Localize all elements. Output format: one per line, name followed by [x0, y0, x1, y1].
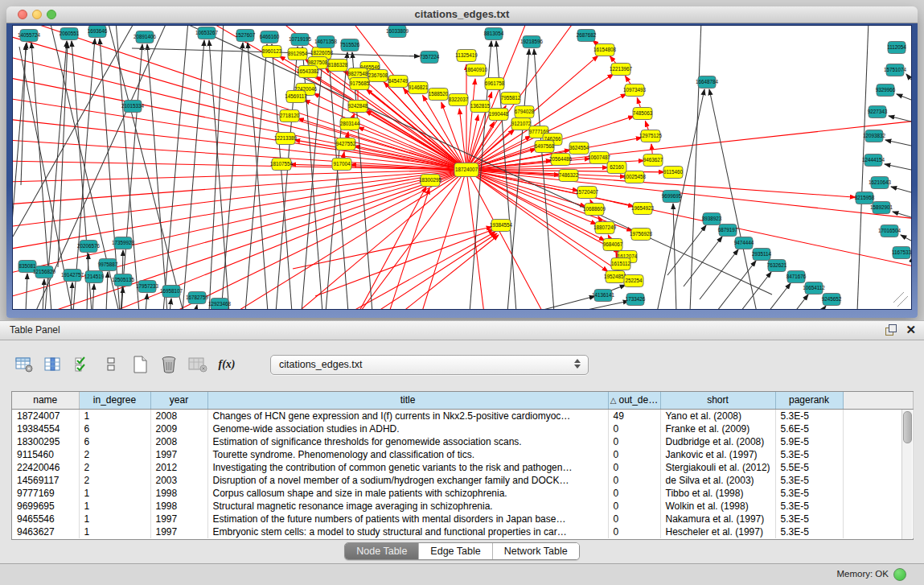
cell-title: Embryonic stem cells: a model to study s…: [207, 525, 608, 538]
graph-node-label: 835081: [18, 263, 36, 269]
column-header-filler: [843, 392, 913, 409]
delete-table-icon[interactable]: [158, 354, 180, 375]
graph-node-label: 9175685: [350, 80, 370, 86]
cell-year: 1997: [150, 513, 207, 525]
graph-node-label: 19756928: [630, 231, 653, 237]
column-header-out_de…[interactable]: △out_de…: [608, 392, 660, 409]
cell-in_degree: 2: [79, 474, 150, 487]
cell-pagerank: 5.3E-5: [775, 487, 843, 500]
graph-node-label: 8454749: [388, 78, 409, 84]
graph-node-label: 1733426: [626, 296, 646, 302]
canvas-resize-grip-icon[interactable]: [893, 292, 908, 307]
zoom-window-icon[interactable]: [47, 10, 56, 19]
cell-short: Tibbo et al. (1998): [660, 487, 775, 500]
graph-node-label: 21015334: [121, 103, 145, 109]
graph-node-label: 252254: [625, 278, 643, 283]
graph-node-label: 9146821: [409, 84, 429, 90]
cell-pagerank: 5.3E-5: [775, 513, 843, 525]
scrollbar-thumb[interactable]: [903, 411, 912, 443]
graph-node-label: 9242848: [348, 103, 368, 109]
cell-pagerank: 5.3E-5: [775, 448, 843, 461]
select-rows-icon[interactable]: [71, 354, 93, 375]
float-panel-icon[interactable]: [885, 323, 897, 336]
cell-in_degree: 1: [79, 487, 150, 500]
cell-out_de…: 0: [608, 461, 660, 474]
tab-node-table[interactable]: Node Table: [345, 543, 419, 559]
minimize-window-icon[interactable]: [32, 10, 42, 19]
rows-icon[interactable]: [100, 354, 122, 375]
graph-node-label: 18807249: [593, 225, 617, 230]
cell-name: 9777169: [12, 487, 79, 500]
graph-node-label: 8322037: [449, 97, 469, 102]
table-row[interactable]: 969969511998Structural magnetic resonanc…: [12, 500, 913, 513]
table-row[interactable]: 1456911722003Disruption of a novel membe…: [12, 474, 913, 487]
table-row[interactable]: 1938455462009Genome-wide association stu…: [12, 422, 913, 435]
graph-node-label: 16958107: [160, 288, 183, 294]
graph-node-label: 7955812: [501, 95, 521, 101]
window-title: citations_edges.txt: [6, 6, 918, 23]
status-bar: Memory: OK: [0, 563, 924, 585]
table-row[interactable]: 946362711997Embryonic stem cells: a mode…: [12, 525, 913, 538]
table-row[interactable]: 946554611997Estimation of the future num…: [12, 513, 913, 525]
graph-node-label: 16782759: [186, 295, 209, 300]
table-selector-dropdown[interactable]: citations_edges.txt: [270, 355, 589, 375]
table-scrollbar[interactable]: [901, 410, 912, 539]
close-window-icon[interactable]: [18, 10, 27, 19]
graph-node-label: 12444154: [862, 157, 885, 163]
graph-node-label: 12093832: [863, 133, 886, 138]
node-table: namein_degreeyeartitle△out_de…shortpager…: [11, 391, 914, 540]
tab-network-table[interactable]: Network Table: [493, 543, 579, 559]
graph-node-label: 1214519: [84, 274, 105, 279]
cell-out_de…: 0: [608, 422, 660, 435]
cell-in_degree: 6: [79, 422, 150, 435]
table-panel-header: Table Panel ✕: [0, 320, 924, 340]
cell-title: Disruption of a novel member of a sodium…: [207, 474, 608, 487]
table-row[interactable]: 911546021997Tourette syndrome. Phenomeno…: [12, 448, 913, 461]
cell-name: 18724007: [12, 409, 79, 422]
table-toolbar: f(x) citations_edges.txt: [0, 340, 924, 389]
insert-column-icon[interactable]: [42, 354, 64, 375]
column-header-name[interactable]: name: [12, 392, 79, 409]
graph-node-label: 16210643: [869, 179, 892, 185]
cell-out_de…: 0: [608, 525, 660, 538]
table-settings-icon[interactable]: [13, 354, 35, 375]
graph-node-label: 2060551: [60, 31, 80, 36]
cell-title: Corpus callosum shape and size in male p…: [207, 487, 608, 500]
new-table-icon[interactable]: [129, 354, 151, 375]
graph-node-label: 1693646: [88, 28, 108, 34]
column-header-short[interactable]: short: [660, 392, 775, 409]
close-panel-icon[interactable]: ✕: [906, 323, 916, 336]
column-header-title[interactable]: title: [207, 392, 608, 409]
graph-node-label: 2718120: [280, 113, 300, 118]
graph-node-label: 18640910: [465, 67, 488, 72]
table-row[interactable]: 1872400712008Changes of HCN gene express…: [12, 409, 913, 422]
graph-node-label: 11325419: [455, 52, 478, 58]
table-row[interactable]: 2242004622012Investigating the contribut…: [12, 461, 913, 474]
window-titlebar[interactable]: citations_edges.txt: [6, 6, 918, 23]
cell-year: 2008: [150, 409, 207, 422]
cell-pagerank: 5.9E-5: [775, 435, 843, 448]
graph-node-label: 917004: [333, 161, 351, 167]
column-header-pagerank[interactable]: pagerank: [775, 392, 843, 409]
graph-node-label: 8215958: [855, 195, 875, 200]
graph-node-label: 17957233: [136, 283, 159, 289]
network-frame: 1872400789601238912954182260589827508165…: [6, 23, 918, 318]
network-canvas[interactable]: 1872400789601238912954182260589827508165…: [12, 25, 912, 310]
cell-in_degree: 1: [79, 500, 150, 513]
graph-node-label: 18107554: [270, 161, 294, 167]
column-header-in_degree[interactable]: in_degree: [79, 392, 150, 409]
graph-node-label: 62160: [610, 164, 624, 170]
graph-node-label: 12975125: [639, 133, 663, 138]
table-row[interactable]: 977716911998Corpus callosum shape and si…: [12, 487, 913, 500]
table-row[interactable]: 1830029562008Estimation of significance …: [12, 435, 913, 448]
cell-short: de Silva et al. (2003): [660, 474, 775, 487]
cell-year: 1998: [150, 500, 207, 513]
function-icon[interactable]: f(x): [216, 354, 238, 375]
cell-short: Franke et al. (2009): [660, 422, 775, 435]
cell-year: 1997: [150, 525, 207, 538]
cell-name: 9699695: [12, 500, 79, 513]
column-header-year[interactable]: year: [150, 392, 207, 409]
graph-node-label: 20891406: [133, 34, 157, 39]
tab-edge-table[interactable]: Edge Table: [419, 543, 492, 559]
cell-name: 22420046: [12, 461, 79, 474]
